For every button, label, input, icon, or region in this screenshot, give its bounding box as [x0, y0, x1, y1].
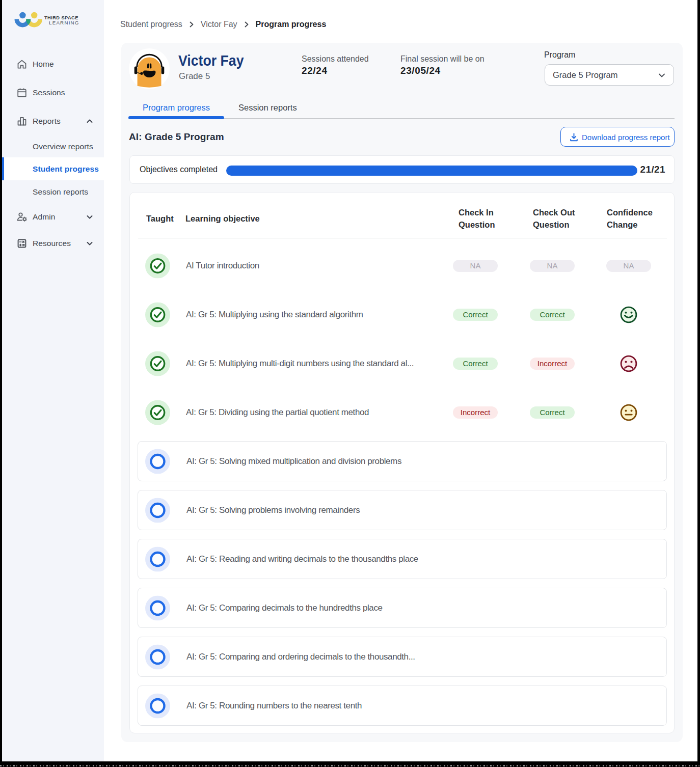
- svg-text:LEARNING: LEARNING: [49, 20, 79, 25]
